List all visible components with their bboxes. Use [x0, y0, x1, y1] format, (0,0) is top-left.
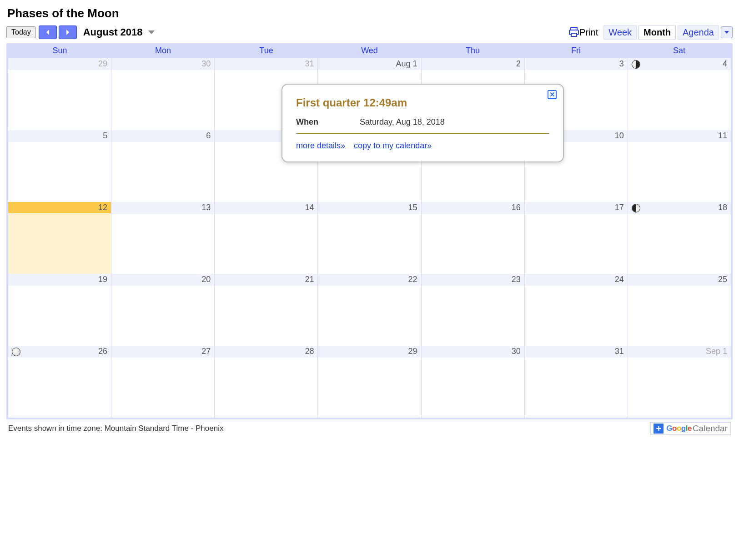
- view-week-button[interactable]: Week: [603, 25, 637, 40]
- moon-phase-icon[interactable]: [632, 204, 640, 212]
- calendar-day-cell[interactable]: 18: [628, 202, 731, 274]
- day-number: 27: [111, 346, 214, 358]
- moon-phase-icon[interactable]: [12, 348, 20, 356]
- day-number: Sep 1: [628, 346, 731, 358]
- day-number: 6: [111, 130, 214, 142]
- calendar-grid: SunMonTueWedThuFriSat ✕ First quarter 12…: [6, 43, 733, 419]
- popup-when-label: When: [296, 117, 360, 127]
- event-popup: ✕ First quarter 12:49am When Saturday, A…: [282, 84, 564, 162]
- calendar-day-cell[interactable]: 30: [421, 346, 524, 418]
- view-agenda-button[interactable]: Agenda: [678, 25, 719, 40]
- calendar-day-cell[interactable]: 22: [317, 274, 421, 346]
- calendar-day-cell[interactable]: Sep 1: [628, 346, 731, 418]
- calendar-toolbar: Today August 2018 Print Week Month Agend…: [6, 24, 733, 40]
- day-number: 17: [525, 202, 628, 214]
- day-number: 2: [422, 58, 524, 70]
- calendar-day-cell[interactable]: 26: [8, 346, 111, 418]
- day-number: 19: [8, 274, 111, 286]
- day-number: 15: [318, 202, 421, 214]
- calendar-day-cell[interactable]: 29: [8, 58, 111, 130]
- calendar-weeks: ✕ First quarter 12:49am When Saturday, A…: [8, 58, 731, 418]
- svg-marker-1: [66, 30, 69, 35]
- day-number: 30: [111, 58, 214, 70]
- calendar-day-cell[interactable]: 31: [524, 346, 628, 418]
- calendar-day-cell[interactable]: 16: [421, 202, 524, 274]
- popup-copy-link[interactable]: copy to my calendar»: [354, 141, 432, 150]
- day-number: 24: [525, 274, 628, 286]
- day-number: 25: [628, 274, 731, 286]
- google-calendar-label: Calendar: [693, 424, 728, 434]
- day-number: 21: [215, 274, 317, 286]
- day-header: Tue: [215, 45, 318, 58]
- calendar-day-cell[interactable]: 27: [111, 346, 214, 418]
- day-number: 29: [8, 58, 111, 70]
- day-number: 31: [215, 58, 317, 70]
- calendar-day-cell[interactable]: 14: [214, 202, 317, 274]
- popup-more-details-link[interactable]: more details»: [296, 141, 345, 150]
- calendar-week-row: 262728293031Sep 1: [8, 346, 731, 418]
- calendar-day-cell[interactable]: 19: [8, 274, 111, 346]
- calendar-day-cell[interactable]: 23: [421, 274, 524, 346]
- next-month-button[interactable]: [59, 25, 77, 39]
- calendar-day-cell[interactable]: 25: [628, 274, 731, 346]
- day-header: Fri: [524, 45, 628, 58]
- calendar-day-cell[interactable]: 11: [628, 130, 731, 202]
- calendar-day-cell[interactable]: 20: [111, 274, 214, 346]
- google-calendar-button[interactable]: + Google Calendar: [650, 422, 731, 435]
- calendar-day-cell[interactable]: 30: [111, 58, 214, 130]
- day-number: 11: [628, 130, 731, 142]
- view-options-dropdown[interactable]: [721, 26, 733, 38]
- svg-marker-0: [46, 30, 49, 35]
- chevron-left-icon: [45, 29, 50, 35]
- day-number: 20: [111, 274, 214, 286]
- day-header: Mon: [111, 45, 215, 58]
- calendar-day-cell[interactable]: 6: [111, 130, 214, 202]
- plus-icon: +: [654, 424, 664, 434]
- calendar-day-cell[interactable]: 21: [214, 274, 317, 346]
- today-button[interactable]: Today: [6, 26, 36, 38]
- calendar-day-cell[interactable]: 15: [317, 202, 421, 274]
- page-title: Phases of the Moon: [7, 6, 733, 20]
- day-header: Sun: [8, 45, 111, 58]
- day-number: 5: [8, 130, 111, 142]
- day-number: 28: [215, 346, 317, 358]
- chevron-right-icon: [65, 29, 70, 35]
- popup-close-button[interactable]: ✕: [548, 90, 557, 99]
- day-number: 23: [422, 274, 524, 286]
- calendar-day-cell[interactable]: 5: [8, 130, 111, 202]
- popup-event-title: First quarter 12:49am: [296, 96, 549, 109]
- day-header: Sat: [628, 45, 731, 58]
- calendar-day-cell[interactable]: 28: [214, 346, 317, 418]
- current-month-label: August 2018: [83, 26, 143, 38]
- day-number: 4: [628, 58, 731, 70]
- day-number: 18: [628, 202, 731, 214]
- day-number: 29: [318, 346, 421, 358]
- day-number: 14: [215, 202, 317, 214]
- calendar-day-cell[interactable]: 17: [524, 202, 628, 274]
- day-number: 26: [8, 346, 111, 358]
- day-number: 31: [525, 346, 628, 358]
- day-of-week-header: SunMonTueWedThuFriSat: [8, 45, 731, 58]
- month-dropdown-icon[interactable]: [148, 30, 155, 34]
- day-number: 16: [422, 202, 524, 214]
- calendar-day-cell[interactable]: 12: [8, 202, 111, 274]
- view-month-button[interactable]: Month: [638, 25, 676, 40]
- day-header: Wed: [318, 45, 421, 58]
- calendar-week-row: 12131415161718: [8, 202, 731, 274]
- calendar-day-cell[interactable]: 13: [111, 202, 214, 274]
- caret-down-icon: [724, 31, 729, 34]
- popup-when-value: Saturday, Aug 18, 2018: [360, 117, 445, 127]
- day-number: 22: [318, 274, 421, 286]
- day-number: 12: [8, 202, 111, 214]
- print-label: Print: [579, 27, 598, 38]
- moon-phase-icon[interactable]: [632, 60, 640, 69]
- calendar-day-cell[interactable]: 29: [317, 346, 421, 418]
- print-icon: [568, 27, 579, 37]
- prev-month-button[interactable]: [39, 25, 57, 39]
- calendar-day-cell[interactable]: 4: [628, 58, 731, 130]
- print-button[interactable]: Print: [568, 27, 598, 38]
- svg-rect-4: [571, 33, 577, 36]
- calendar-day-cell[interactable]: 24: [524, 274, 628, 346]
- calendar-footer: Events shown in time zone: Mountain Stan…: [6, 419, 733, 435]
- day-number: Aug 1: [318, 58, 421, 70]
